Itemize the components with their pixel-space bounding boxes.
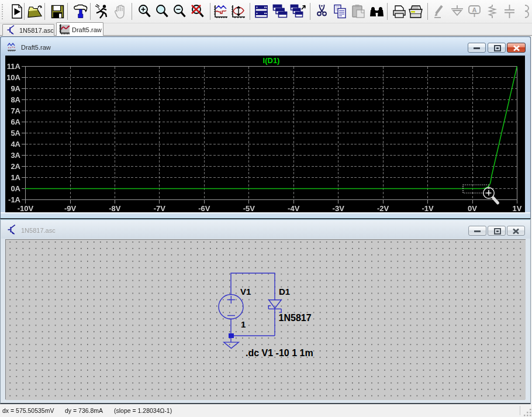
svg-text:-6V: -6V xyxy=(198,204,210,212)
svg-text:-5V: -5V xyxy=(243,204,255,212)
svg-text:A: A xyxy=(472,6,477,13)
svg-text:-8V: -8V xyxy=(109,204,121,212)
svg-text:-2V: -2V xyxy=(377,204,389,212)
svg-text:0A: 0A xyxy=(11,184,20,193)
svg-text:-1A: -1A xyxy=(8,195,21,204)
svg-text:8A: 8A xyxy=(11,95,20,104)
svg-text:-1V: -1V xyxy=(422,204,434,212)
svg-text:10A: 10A xyxy=(6,73,20,82)
svg-text:3A: 3A xyxy=(11,151,20,160)
svg-text:.dc V1 -10 1 1m: .dc V1 -10 1 1m xyxy=(246,348,313,358)
svg-text:-3V: -3V xyxy=(333,204,345,212)
svg-text:-4V: -4V xyxy=(288,204,300,212)
svg-text:4A: 4A xyxy=(11,140,20,149)
svg-text:5A: 5A xyxy=(11,129,20,137)
svg-text:-9V: -9V xyxy=(64,204,77,212)
svg-text:2A: 2A xyxy=(11,162,20,171)
svg-text:D1: D1 xyxy=(279,287,290,297)
svg-text:9A: 9A xyxy=(11,84,20,93)
svg-text:11A: 11A xyxy=(7,62,21,71)
svg-text:I(D1): I(D1) xyxy=(263,56,280,65)
svg-text:V1: V1 xyxy=(240,287,251,297)
svg-text:6A: 6A xyxy=(11,118,20,126)
svg-text:-7V: -7V xyxy=(154,204,166,212)
svg-text:1N5817: 1N5817 xyxy=(279,313,312,323)
svg-text:1A: 1A xyxy=(11,173,20,182)
svg-text:-10V: -10V xyxy=(18,204,34,212)
svg-text:0V: 0V xyxy=(468,204,477,212)
svg-text:7A: 7A xyxy=(11,106,20,115)
svg-text:1: 1 xyxy=(241,319,246,329)
svg-text:1V: 1V xyxy=(513,204,522,212)
